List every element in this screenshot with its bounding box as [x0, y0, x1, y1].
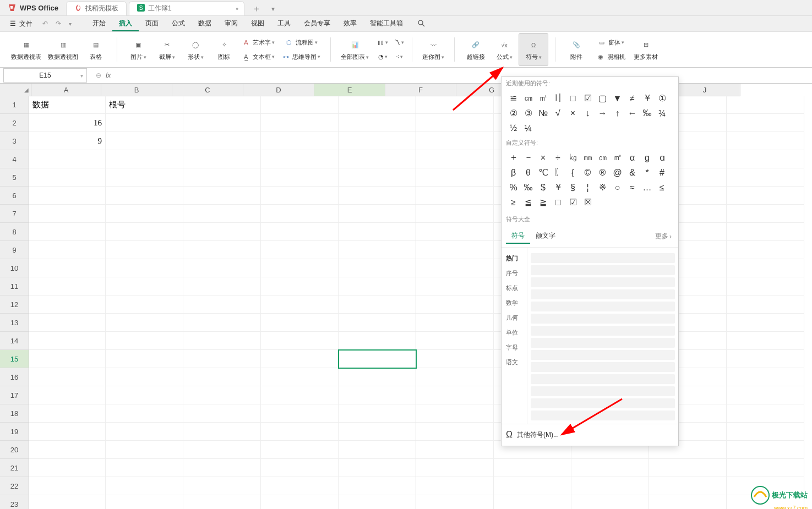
cell-E11[interactable] [339, 277, 416, 295]
cell-J1[interactable] [727, 96, 804, 114]
symbol-¾[interactable]: ¾ [655, 106, 669, 121]
cell-H22[interactable] [571, 477, 649, 495]
cell-J2[interactable] [727, 114, 804, 132]
symbol-cat-标点[interactable]: 标点 [502, 281, 527, 295]
formula-button[interactable]: √x公式▾ [490, 34, 519, 65]
table-button[interactable]: ▤表格 [81, 34, 110, 65]
cell-B14[interactable] [106, 332, 183, 350]
cell-J18[interactable] [727, 404, 804, 423]
cell-J5[interactable] [727, 168, 804, 187]
cell-B22[interactable] [106, 477, 183, 495]
cell-D15[interactable] [261, 350, 339, 368]
symbol-￥[interactable]: ￥ [551, 180, 565, 195]
cell-F11[interactable] [416, 277, 494, 295]
row-header-18[interactable]: 18 [0, 404, 29, 423]
cell-D17[interactable] [261, 386, 339, 404]
cell-A6[interactable] [29, 187, 106, 205]
cell-F3[interactable] [416, 132, 494, 150]
symbol-®[interactable]: ® [595, 165, 610, 180]
cell-A20[interactable] [29, 441, 106, 459]
cell-A19[interactable] [29, 423, 106, 441]
cell-F6[interactable] [416, 187, 494, 205]
cell-C16[interactable] [183, 368, 261, 386]
cell-C5[interactable] [183, 168, 261, 187]
symbol-㎡[interactable]: ㎡ [610, 150, 625, 165]
cell-J3[interactable] [727, 132, 804, 150]
symbol-→[interactable]: → [595, 106, 610, 121]
symbol-③[interactable]: ③ [521, 106, 536, 121]
symbol-cat-单位[interactable]: 单位 [502, 325, 527, 340]
row-header-12[interactable]: 12 [0, 295, 29, 314]
symbol-〢[interactable]: 〢 [551, 91, 565, 106]
icon-button[interactable]: ✧图标 [210, 34, 238, 65]
cell-B20[interactable] [106, 441, 183, 459]
symbol-¦[interactable]: ¦ [580, 180, 595, 195]
cell-E9[interactable] [339, 241, 416, 259]
cell-A2[interactable]: 16 [29, 114, 106, 132]
row-header-15[interactable]: 15 [0, 350, 29, 368]
attachment-button[interactable]: 📎附件 [562, 34, 591, 65]
cell-I22[interactable] [649, 477, 727, 495]
cell-E2[interactable] [339, 114, 416, 132]
cell-G22[interactable] [494, 477, 571, 495]
cell-E22[interactable] [339, 477, 416, 495]
cell-D8[interactable] [261, 223, 339, 241]
cell-D12[interactable] [261, 295, 339, 314]
cell-D18[interactable] [261, 404, 339, 423]
symbol-cat-语文[interactable]: 语文 [502, 355, 527, 370]
symbol-②[interactable]: ② [506, 106, 521, 121]
cell-E20[interactable] [339, 441, 416, 459]
file-menu[interactable]: ☰ 文件 [6, 18, 37, 30]
menu-会员专享[interactable]: 会员专享 [297, 17, 337, 31]
cell-B2[interactable] [106, 114, 183, 132]
symbol-α[interactable]: α [625, 150, 640, 165]
select-all-corner[interactable]: ◢ [0, 84, 31, 96]
cancel-icon[interactable]: ⊖ [96, 72, 101, 79]
symbol-□[interactable]: □ [551, 195, 565, 210]
symbol-‰[interactable]: ‰ [521, 180, 536, 195]
screenshot-button[interactable]: ✂截屏▾ [152, 34, 181, 65]
symbol-$[interactable]: $ [536, 180, 551, 195]
row-header-1[interactable]: 1 [0, 96, 29, 114]
sparkline-button[interactable]: 〰迷你图▾ [419, 34, 448, 65]
cell-C20[interactable] [183, 441, 261, 459]
tab-symbol[interactable]: 符号 [506, 229, 530, 244]
cell-C12[interactable] [183, 295, 261, 314]
tab-emoji[interactable]: 颜文字 [530, 229, 561, 244]
cell-J15[interactable] [727, 350, 804, 368]
cell-B11[interactable] [106, 277, 183, 295]
menu-数据[interactable]: 数据 [192, 17, 218, 31]
row-header-17[interactable]: 17 [0, 386, 29, 404]
cell-J19[interactable] [727, 423, 804, 441]
col-header-E[interactable]: E [314, 84, 385, 96]
row-header-14[interactable]: 14 [0, 332, 29, 350]
row-header-21[interactable]: 21 [0, 459, 29, 477]
cell-E17[interactable] [339, 386, 416, 404]
cell-E14[interactable] [339, 332, 416, 350]
symbol-←[interactable]: ← [625, 106, 640, 121]
col-header-D[interactable]: D [243, 84, 314, 96]
cell-A14[interactable] [29, 332, 106, 350]
cell-B9[interactable] [106, 241, 183, 259]
menu-审阅[interactable]: 审阅 [218, 17, 244, 31]
symbol-㎝[interactable]: ㎝ [521, 91, 536, 106]
cell-D2[interactable] [261, 114, 339, 132]
cell-H23[interactable] [571, 495, 649, 509]
symbol-…[interactable]: … [640, 180, 655, 195]
cell-A3[interactable]: 9 [29, 132, 106, 150]
symbol-☑[interactable]: ☑ [580, 91, 595, 106]
add-tab-button[interactable]: ＋ [250, 2, 263, 15]
symbol-＋[interactable]: ＋ [506, 150, 521, 165]
symbol-㎝[interactable]: ㎝ [595, 150, 610, 165]
symbol-θ[interactable]: θ [521, 165, 536, 180]
symbol-≥[interactable]: ≥ [506, 195, 521, 210]
symbol-&[interactable]: & [625, 165, 640, 180]
symbol-β[interactable]: β [506, 165, 521, 180]
tabs-dropdown[interactable]: ▾ [266, 2, 280, 15]
cell-A7[interactable] [29, 205, 106, 223]
cell-J16[interactable] [727, 368, 804, 386]
symbol-☒[interactable]: ☒ [580, 195, 595, 210]
symbol-cat-热门[interactable]: 热门 [502, 251, 527, 266]
cell-F19[interactable] [416, 423, 494, 441]
cell-F14[interactable] [416, 332, 494, 350]
